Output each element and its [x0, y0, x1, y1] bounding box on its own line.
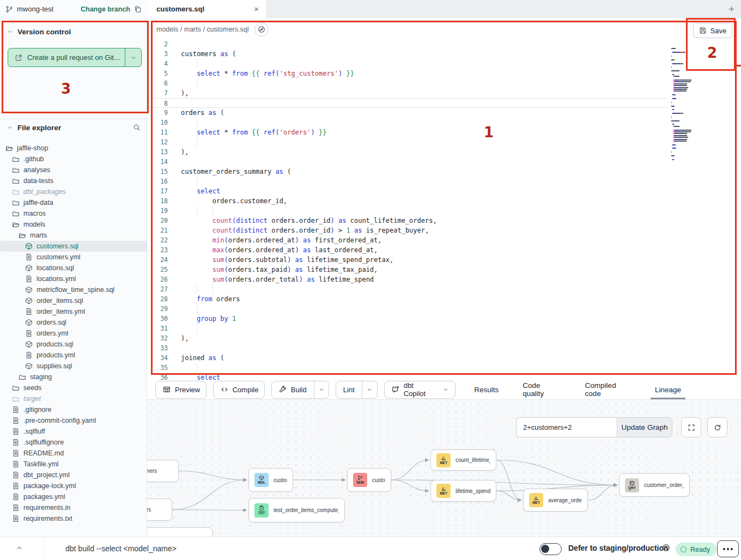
code-line-31[interactable]: 31	[147, 324, 741, 333]
code-line-10[interactable]: 10	[147, 118, 741, 127]
tree-item-package-lock-yml[interactable]: package-lock.yml	[0, 480, 147, 491]
code-line-6[interactable]: 6	[147, 78, 741, 88]
code-editor[interactable]: 23customers as (45select * from {{ ref('…	[147, 41, 741, 380]
code-line-34[interactable]: 34joined as (	[147, 353, 741, 363]
code-line-5[interactable]: 5select * from {{ ref('stg_customers') }…	[147, 69, 741, 78]
code-line-30[interactable]: 30group by 1	[147, 314, 741, 324]
code-line-20[interactable]: 20count(distinct orders.order_id) as cou…	[147, 216, 741, 226]
code-line-14[interactable]: 14	[147, 157, 741, 167]
tree-item-products-sql[interactable]: products.sql	[0, 339, 147, 350]
tree-item-locations-yml[interactable]: locations.yml	[0, 273, 147, 284]
tab-lineage[interactable]: Lineage	[643, 380, 693, 399]
close-icon[interactable]: ×	[254, 5, 259, 13]
chevron-down-icon[interactable]	[442, 381, 455, 398]
tab-customers-sql[interactable]: customers.sql ×	[147, 0, 267, 18]
graph-node-qry_metrics[interactable]: QRYcustomer_order_metrics	[619, 473, 690, 497]
code-line-36[interactable]: 36select	[147, 373, 741, 380]
code-line-11[interactable]: 11select * from {{ ref('orders') }}	[147, 127, 741, 137]
tree-item--sqlfluff[interactable]: .sqlfluff	[0, 426, 147, 437]
file-explorer-header[interactable]: File explorer	[0, 121, 147, 133]
tree-item--github[interactable]: .github	[0, 154, 147, 165]
code-line-17[interactable]: 17select	[147, 186, 741, 196]
save-button[interactable]: Save	[693, 23, 732, 38]
tab-code-quality[interactable]: Code quality	[511, 380, 573, 399]
tree-item-dbt-project-yml[interactable]: dbt_project.yml	[0, 470, 147, 480]
defer-toggle[interactable]	[539, 543, 562, 555]
compass-icon[interactable]	[254, 22, 269, 36]
graph-node-met_pretax[interactable]: METlifetime_spend_pretax	[430, 480, 496, 502]
code-line-19[interactable]: 19	[147, 206, 741, 216]
tree-item-jaffle-shop[interactable]: jaffle-shop	[0, 143, 147, 154]
tree-item-target[interactable]: target	[0, 393, 147, 404]
pr-dropdown-button[interactable]	[125, 48, 141, 66]
caret-up-icon[interactable]	[15, 544, 23, 552]
tree-item-taskfile-yml[interactable]: Taskfile.yml	[0, 459, 147, 470]
lint-dropdown-button[interactable]	[362, 381, 377, 398]
tree-item-orders-yml[interactable]: orders.yml	[0, 328, 147, 339]
tree-item-order-items-yml[interactable]: order_items.yml	[0, 306, 147, 317]
tree-item-requirements-txt[interactable]: requirements.txt	[0, 513, 147, 524]
code-line-26[interactable]: 26sum(orders.order_total) as lifetime_sp…	[147, 275, 741, 284]
graph-node-met_avg[interactable]: METaverage_order_value	[523, 489, 588, 512]
more-options-button[interactable]	[717, 540, 739, 557]
tree-item-customers-sql[interactable]: customers.sql	[0, 241, 147, 252]
graph-node-sem_customers[interactable]: SEMcustomers	[347, 468, 391, 492]
fullscreen-button[interactable]	[681, 417, 701, 437]
tree-item-models[interactable]: models	[0, 219, 147, 230]
code-line-18[interactable]: 18orders.customer_id,	[147, 196, 741, 206]
tree-item--sqlfluffignore[interactable]: .sqlfluffignore	[0, 437, 147, 448]
tree-item-metricflow-time-spine-sql[interactable]: metricflow_time_spine.sql	[0, 284, 147, 295]
code-line-15[interactable]: 15customer_orders_summary as (	[147, 167, 741, 176]
tree-item-data-tests[interactable]: data-tests	[0, 175, 147, 186]
update-graph-button[interactable]: Update Graph	[617, 417, 672, 437]
code-line-23[interactable]: 23max(orders.ordered_at) as last_ordered…	[147, 245, 741, 255]
preview-button[interactable]: Preview	[155, 381, 206, 399]
tree-item--pre-commit-config-yaml[interactable]: .pre-commit-config.yaml	[0, 415, 147, 426]
tree-item-staging[interactable]: staging	[0, 372, 147, 382]
code-line-8[interactable]: 8	[147, 98, 667, 108]
code-line-3[interactable]: 3customers as (	[147, 49, 741, 59]
tree-item-dbt-packages[interactable]: dbt_packages	[0, 186, 147, 197]
code-line-27[interactable]: 27	[147, 284, 741, 294]
code-line-4[interactable]: 4	[147, 59, 741, 69]
tree-item-packages-yml[interactable]: packages.yml	[0, 491, 147, 502]
version-control-header[interactable]: Version control	[0, 26, 147, 38]
create-pull-request-button[interactable]: Create a pull request on Git...	[8, 48, 142, 67]
tree-item-readme-md[interactable]: README.md	[0, 448, 147, 459]
code-line-28[interactable]: 28from orders	[147, 294, 741, 304]
graph-node-stg_customers[interactable]: stg_customers	[147, 460, 179, 482]
tab-results[interactable]: Results	[462, 380, 511, 399]
lineage-selector-input[interactable]	[516, 417, 617, 437]
dbt-copilot-button[interactable]: dbt Copilot	[384, 381, 456, 399]
refresh-button[interactable]	[707, 417, 727, 437]
help-icon[interactable]	[662, 544, 670, 552]
tree-item-macros[interactable]: macros	[0, 208, 147, 219]
lint-button[interactable]: Lint	[336, 381, 378, 399]
code-line-2[interactable]: 2	[147, 41, 741, 49]
build-dropdown-button[interactable]	[314, 381, 329, 398]
tree-item-analyses[interactable]: analyses	[0, 165, 147, 175]
tab-compiled-code[interactable]: Compiled code	[573, 380, 643, 399]
tree-item--gitignore[interactable]: .gitignore	[0, 404, 147, 415]
build-button[interactable]: Build	[271, 381, 329, 399]
tree-item-locations-sql[interactable]: locations.sql	[0, 263, 147, 273]
tree-item-order-items-sql[interactable]: order_items.sql	[0, 295, 147, 306]
graph-node-stg_orders[interactable]: orders	[147, 498, 172, 521]
code-line-33[interactable]: 33	[147, 343, 741, 353]
code-line-29[interactable]: 29	[147, 304, 741, 314]
graph-node-met_count[interactable]: METcount_lifetime_orders	[430, 449, 496, 471]
code-line-24[interactable]: 24sum(orders.subtotal) as lifetime_spend…	[147, 255, 741, 265]
compile-button[interactable]: Compile	[213, 381, 265, 399]
command-input[interactable]: dbt build --select <model_name>	[65, 544, 177, 553]
tree-item-supplies-sql[interactable]: supplies.sql	[0, 361, 147, 372]
tree-item-jaffle-data[interactable]: jaffle-data	[0, 197, 147, 208]
graph-node-mdl_customers[interactable]: MDLcustomers	[248, 468, 293, 492]
tree-item-customers-yml[interactable]: customers.yml	[0, 252, 147, 263]
tree-item-products-yml[interactable]: products.yml	[0, 350, 147, 361]
change-branch-link[interactable]: Change branch	[81, 5, 130, 13]
tree-item-marts[interactable]: marts	[0, 230, 147, 241]
minimap[interactable]	[671, 46, 719, 171]
graph-node-tst_order_items[interactable]: TSTtest_order_items_compute_to_bools...	[248, 498, 345, 522]
code-line-12[interactable]: 12	[147, 137, 741, 147]
search-icon[interactable]	[133, 124, 141, 131]
